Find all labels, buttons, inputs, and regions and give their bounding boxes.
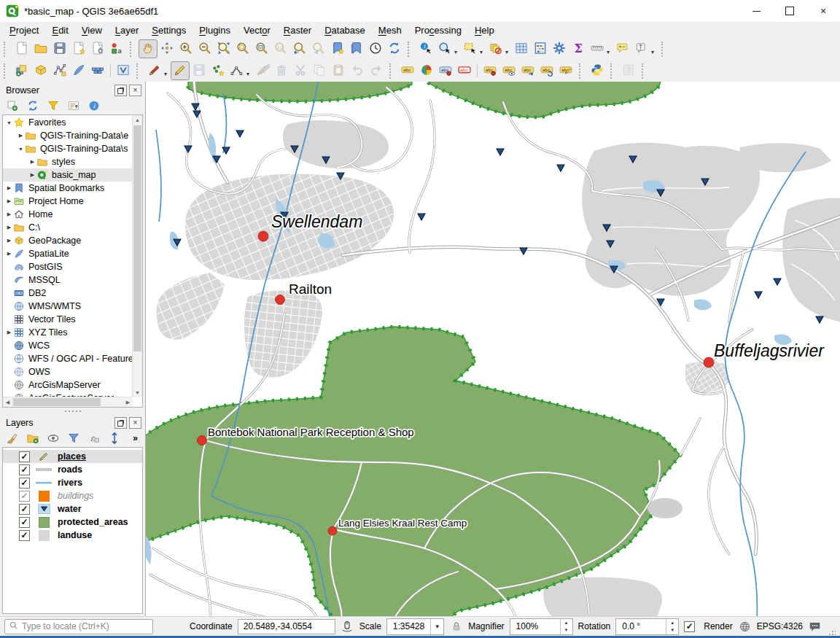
select-features-button[interactable] bbox=[461, 39, 480, 58]
new-temporary-scratch-layer-button[interactable] bbox=[88, 61, 107, 80]
new-virtual-layer-button[interactable] bbox=[114, 61, 133, 80]
menu-raster[interactable]: Raster bbox=[277, 23, 318, 37]
browser-item-vector-tiles[interactable]: Vector Tiles bbox=[3, 313, 133, 326]
measure-dropdown[interactable]: ▾ bbox=[607, 49, 613, 55]
close-button[interactable]: × bbox=[806, 0, 840, 22]
menu-database[interactable]: Database bbox=[318, 23, 372, 37]
menu-project[interactable]: Project bbox=[3, 23, 45, 37]
data-source-manager-button[interactable] bbox=[12, 61, 31, 80]
toolbar-handle[interactable] bbox=[4, 42, 9, 57]
expander-icon[interactable]: ▶ bbox=[5, 198, 13, 204]
expander-icon[interactable]: ▶ bbox=[5, 225, 13, 230]
browser-item-wcs[interactable]: WCS bbox=[3, 339, 133, 352]
browser-float-button[interactable] bbox=[114, 85, 127, 96]
new-project-button[interactable] bbox=[12, 39, 31, 58]
pin-unpin-labels-button[interactable]: abc bbox=[436, 61, 455, 80]
map-canvas[interactable]: SwellendamRailtonBuffeljagsrivierBontebo… bbox=[146, 82, 840, 616]
deselect-features-dropdown[interactable]: ▾ bbox=[505, 49, 512, 55]
zoom-in-button[interactable] bbox=[176, 39, 195, 58]
menu-mesh[interactable]: Mesh bbox=[372, 23, 408, 37]
pan-map-button[interactable] bbox=[139, 39, 158, 58]
browser-item-xyz-tiles[interactable]: ▶XYZ Tiles bbox=[3, 326, 133, 339]
expander-icon[interactable]: ▶ bbox=[5, 330, 13, 335]
browser-item-qgis-training-data-s[interactable]: ▼QGIS-Training-Data\s bbox=[3, 142, 133, 155]
layer-visibility-checkbox[interactable]: ✓ bbox=[19, 530, 30, 541]
toolbar-handle[interactable] bbox=[136, 63, 142, 79]
layer-item-buildings[interactable]: ✓buildings bbox=[3, 489, 142, 502]
select-features-by-value-dropdown[interactable]: ▾ bbox=[454, 49, 461, 55]
magnifier-spinbox[interactable]: 100% ▲▼ bbox=[510, 618, 573, 635]
expander-icon[interactable]: ▶ bbox=[5, 211, 13, 217]
layer-visibility-checkbox[interactable]: ✓ bbox=[19, 464, 30, 475]
coordinate-input[interactable]: 20.5489,-34.0554 bbox=[238, 619, 335, 634]
browser-item-spatialite[interactable]: ▶SpatiaLite bbox=[3, 247, 133, 260]
layer-diagram-options-button[interactable] bbox=[417, 61, 436, 80]
menu-processing[interactable]: Processing bbox=[408, 23, 468, 37]
browser-vertical-scrollbar[interactable]: ▲ ▼ bbox=[132, 115, 142, 397]
crs-status[interactable]: EPSG:4326 bbox=[757, 621, 803, 631]
browser-horizontal-scrollbar[interactable]: ◀ ▶ bbox=[3, 397, 133, 407]
current-edits-dropdown[interactable]: ▾ bbox=[164, 71, 171, 77]
pan-to-selection-button[interactable] bbox=[158, 39, 176, 58]
new-print-layout-button[interactable] bbox=[69, 39, 88, 58]
new-spatialite-layer-button[interactable] bbox=[69, 61, 88, 80]
expander-icon[interactable]: ▶ bbox=[28, 172, 36, 178]
layer-item-protected_areas[interactable]: ✓protected_areas bbox=[3, 516, 142, 529]
current-edits-button[interactable] bbox=[145, 61, 164, 80]
zoom-to-selection-button[interactable] bbox=[233, 39, 252, 58]
browser-item-db2[interactable]: DB2DB2 bbox=[3, 287, 133, 300]
move-label-button[interactable]: abc bbox=[518, 61, 537, 80]
add-selected-layers-button[interactable] bbox=[5, 98, 19, 112]
statistical-summary-button[interactable]: Σ bbox=[569, 39, 588, 58]
rotate-label-button[interactable]: abc bbox=[537, 61, 556, 80]
expander-icon[interactable]: ▶ bbox=[5, 185, 13, 191]
browser-item-postgis[interactable]: PostGIS bbox=[3, 260, 133, 273]
filter-by-expression-button[interactable]: ε bbox=[87, 431, 101, 445]
measure-button[interactable] bbox=[588, 39, 607, 58]
layer-labeling-options-button[interactable]: abc bbox=[398, 61, 417, 80]
toolbar-handle[interactable] bbox=[408, 42, 413, 57]
layer-visibility-checkbox[interactable]: ✓ bbox=[19, 517, 30, 528]
browser-item-basic-map[interactable]: ▶basic_map bbox=[3, 168, 133, 182]
browser-item-wfs-ogc-api-feature[interactable]: VWFS / OGC API - Feature bbox=[3, 352, 133, 365]
browser-item-favorites[interactable]: ▼Favorites bbox=[3, 116, 133, 129]
toolbar-handle[interactable] bbox=[389, 63, 395, 79]
maximize-button[interactable] bbox=[773, 0, 806, 22]
layer-item-places[interactable]: ✓places bbox=[3, 450, 142, 463]
show-hidden-labels-button[interactable]: abc bbox=[499, 61, 518, 80]
select-features-dropdown[interactable]: ▾ bbox=[480, 49, 486, 55]
scale-combobox[interactable]: 1:35428 ▼ bbox=[386, 618, 444, 635]
expander-icon[interactable]: ▼ bbox=[5, 120, 13, 125]
menu-layer[interactable]: Layer bbox=[109, 23, 146, 37]
filter-legend-button[interactable] bbox=[66, 431, 80, 445]
browser-item-mssql[interactable]: MSSQL bbox=[3, 273, 133, 287]
vertex-tool-button[interactable] bbox=[228, 61, 246, 80]
refresh-map-button[interactable] bbox=[385, 39, 404, 58]
highlight-pinned-labels-button[interactable]: abc bbox=[455, 61, 474, 80]
messages-icon[interactable] bbox=[808, 620, 822, 634]
browser-item-wms-wmts[interactable]: WMS/WMTS bbox=[3, 300, 133, 313]
menu-plugins[interactable]: Plugins bbox=[192, 23, 237, 37]
menu-view[interactable]: View bbox=[75, 23, 109, 37]
add-group-button[interactable] bbox=[26, 431, 39, 445]
browser-item-spatial-bookmarks[interactable]: ▶Spatial Bookmarks bbox=[3, 182, 133, 195]
panel-splitter[interactable] bbox=[0, 408, 145, 414]
resize-grip[interactable] bbox=[828, 629, 836, 636]
vertex-tool-dropdown[interactable]: ▾ bbox=[246, 71, 253, 77]
collapse-all-button[interactable] bbox=[66, 98, 80, 112]
zoom-full-button[interactable] bbox=[214, 39, 233, 58]
browser-item-geopackage[interactable]: ▶GeoPackage bbox=[3, 234, 133, 247]
rotation-spinbox[interactable]: 0.0 ° ▲▼ bbox=[615, 618, 679, 635]
zoom-last-button[interactable] bbox=[290, 39, 309, 58]
layer-visibility-checkbox[interactable]: ✓ bbox=[19, 504, 30, 515]
new-spatial-bookmark-button[interactable] bbox=[328, 39, 347, 58]
locator-search-input[interactable]: Type to locate (Ctrl+K) bbox=[4, 619, 153, 634]
deselect-features-button[interactable] bbox=[486, 39, 505, 58]
menu-vector[interactable]: Vector bbox=[237, 23, 277, 37]
filter-browser-button[interactable] bbox=[46, 98, 60, 112]
manage-map-themes-button[interactable] bbox=[46, 431, 60, 445]
toolbar-handle[interactable] bbox=[642, 63, 648, 79]
expander-icon[interactable]: ▶ bbox=[5, 251, 13, 257]
browser-item-qgis-training-data-e[interactable]: ▶QGIS-Training-Data\e bbox=[3, 129, 133, 142]
chevron-down-icon[interactable]: ▼ bbox=[430, 619, 443, 634]
